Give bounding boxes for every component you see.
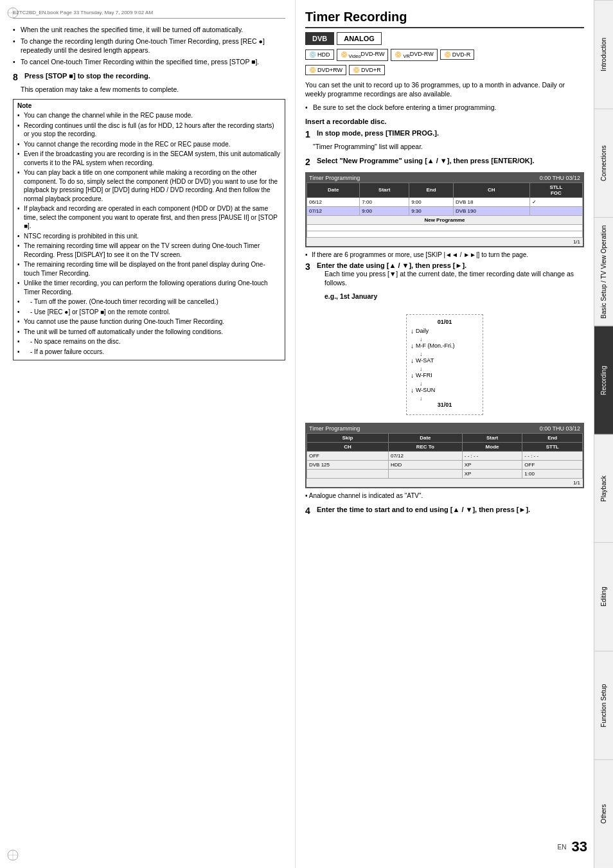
- step-3-sub: Each time you press [▼] at the current d…: [324, 269, 584, 288]
- left-column: E2TC2BD_EN.book Page 33 Thursday, May 7,…: [0, 0, 296, 868]
- step-1-sub: "Timer Programming" list will appear.: [313, 142, 584, 152]
- note-item: - Use [REC ●] or [STOP ■] on the remote …: [17, 308, 281, 317]
- note-label: Note: [17, 102, 281, 109]
- bullet-item: To cancel One-touch Timer Recording with…: [13, 57, 285, 67]
- timer-table2-header-row2: CH REC To Mode STTL: [307, 442, 583, 451]
- step-1-title: In stop mode, press [TIMER PROG.].: [317, 129, 439, 137]
- cell-ch: DVB 190: [453, 206, 529, 215]
- cell-time: 1:00: [522, 469, 583, 478]
- col-end: End: [409, 182, 454, 197]
- cell-dvb125: DVB 125: [307, 460, 389, 469]
- page-number: 33: [572, 838, 587, 855]
- note-item: The remaining recording time will be dis…: [17, 260, 281, 278]
- cell-date2: 07/12: [388, 451, 462, 460]
- date-diagram-top: 01/01: [411, 319, 479, 325]
- sidebar-tab-others[interactable]: Others: [594, 759, 613, 868]
- dvdplusrw-shape: 📀: [309, 67, 316, 73]
- dvdplusr-shape: 📀: [353, 67, 360, 73]
- timer-prog-title-2: Timer Programming: [309, 425, 360, 432]
- cell-empty1: [307, 469, 389, 478]
- timer-prog-header-2: Timer Programming 0:00 THU 03/12: [306, 424, 583, 433]
- dvdplusrw-icon: 📀 DVD+RW: [305, 65, 346, 75]
- note-list: You can change the channel while in the …: [17, 111, 281, 356]
- note-item: - No space remains on the disc.: [17, 337, 281, 346]
- note-item: The unit will be turned off automaticall…: [17, 328, 281, 337]
- down-arrow-icon: ↓: [411, 328, 414, 335]
- intro-bullets: When the unit reaches the specified time…: [13, 25, 285, 67]
- en-label: EN: [558, 844, 567, 851]
- dvdr-label: DVD-R: [452, 51, 471, 58]
- diagram-label-2: W-SAT: [416, 357, 434, 364]
- cell-empty2: [388, 469, 462, 478]
- note-item: You cannot use the pause function during…: [17, 317, 281, 326]
- dvb-button[interactable]: DVB: [305, 32, 334, 45]
- file-info: E2TC2BD_EN.book Page 33 Thursday, May 7,…: [13, 10, 285, 19]
- diagram-row-2: ↓ W-SAT: [411, 357, 479, 364]
- sidebar-tab-function-setup[interactable]: Function Setup: [594, 651, 613, 759]
- note-item: You can change the channel while in the …: [17, 111, 281, 120]
- sidebar-tab-editing[interactable]: Editing: [594, 542, 613, 651]
- cell-off2: OFF: [522, 460, 583, 469]
- cell-hdd: HDD: [388, 460, 462, 469]
- diagram-label-0: Daily: [416, 328, 429, 334]
- section-title: Timer Recording: [305, 10, 584, 28]
- device-row-2: 📀 DVD+RW 📀 DVD+R: [305, 65, 584, 75]
- sidebar-tab-recording[interactable]: Recording: [594, 326, 613, 434]
- dvdrw-vr-label: VRDVD-RW: [403, 51, 433, 59]
- timer-table-2: Skip Date Start End CH REC To Mode STTL …: [306, 433, 583, 479]
- sidebar-tab-basic-setup[interactable]: Basic Setup / TV View Operation: [594, 217, 613, 326]
- step-8: 8 Press [STOP ■] to stop the recording. …: [13, 72, 285, 94]
- down-arrow-icon: ↓: [411, 372, 414, 379]
- table-row-data1: OFF 07/12 - - : - - - - : - -: [307, 451, 583, 460]
- sidebar-tab-connections[interactable]: Connections: [594, 109, 613, 217]
- right-intro-bullets: Be sure to set the clock before entering…: [305, 103, 584, 112]
- sidebar-tab-introduction[interactable]: Introduction: [594, 0, 613, 109]
- dvdrw-video-label: VideoDVD-RW: [349, 51, 385, 59]
- step-8-sub: This operation may take a few moments to…: [21, 85, 285, 94]
- step-8-num: 8: [13, 72, 22, 82]
- note-item: If playback and recording are operated i…: [17, 204, 281, 231]
- timer-prog-title-1: Timer Programming: [309, 175, 360, 181]
- note-item: The remaining recording time will appear…: [17, 242, 281, 259]
- note-item: Even if the broadcasting you are recordi…: [17, 150, 281, 167]
- hdd-icon-shape: 💿: [309, 51, 316, 58]
- down-arrow-icon: ↓: [411, 387, 414, 394]
- dvdr-icon: 📀 DVD-R: [440, 49, 475, 60]
- down-arrow-icon: ↓: [411, 357, 414, 364]
- page-num-2: 1/1: [306, 479, 583, 487]
- diagram-label-3: W-FRI: [416, 372, 432, 378]
- cell-end2: - - : - -: [522, 451, 583, 460]
- diagram-down-4: ↓: [420, 395, 479, 402]
- analog-button[interactable]: ANALOG: [337, 32, 382, 45]
- note-box: Note You can change the channel while in…: [13, 99, 285, 360]
- cell-date: 06/12: [307, 197, 360, 206]
- col-start2: Start: [462, 433, 522, 442]
- down-arrow-icon: ↓: [411, 342, 414, 350]
- cell-xp2: XP: [462, 469, 522, 478]
- step-4-num: 4: [305, 504, 314, 518]
- note-item: Recording continues until the disc is fu…: [17, 121, 281, 139]
- diagram-down-2: ↓: [420, 366, 479, 372]
- note-item: - Turn off the power. (One-touch timer r…: [17, 297, 281, 306]
- cell-date: 07/12: [307, 206, 360, 215]
- bullet-clock: Be sure to set the clock before entering…: [305, 103, 584, 112]
- cell-ch: DVB 18: [453, 197, 529, 206]
- sidebar-tab-playback[interactable]: Playback: [594, 434, 613, 543]
- timer-prog-table-1: Timer Programming 0:00 THU 03/12 Date St…: [305, 172, 584, 247]
- diagram-row-3: ↓ W-FRI: [411, 372, 479, 379]
- cell-start: 7:00: [360, 197, 409, 206]
- table-row-data3: XP 1:00: [307, 469, 583, 478]
- timer-table2-header-row1: Skip Date Start End: [307, 433, 583, 442]
- empty-row: [307, 224, 583, 231]
- timer-prog-time-2: 0:00 THU 03/12: [540, 425, 580, 432]
- hdd-label: HDD: [317, 51, 330, 58]
- timer-prog-header-1: Timer Programming 0:00 THU 03/12: [306, 173, 583, 182]
- cell-xp: XP: [462, 460, 522, 469]
- col-ch: CH: [453, 182, 529, 197]
- dvdrw-video-shape: 📀: [341, 51, 348, 58]
- analog-note: • Analogue channel is indicated as "ATV"…: [305, 492, 584, 499]
- col-end2: End: [522, 433, 583, 442]
- bullet-item: When the unit reaches the specified time…: [13, 25, 285, 35]
- table-row: 06/12 7:00 9:00 DVB 18 ✓: [307, 197, 583, 206]
- date-diagram: 01/01 ↓ Daily ↓ ↓ M-F (Mon.-Fri.) ↓ ↓ W-…: [406, 314, 483, 415]
